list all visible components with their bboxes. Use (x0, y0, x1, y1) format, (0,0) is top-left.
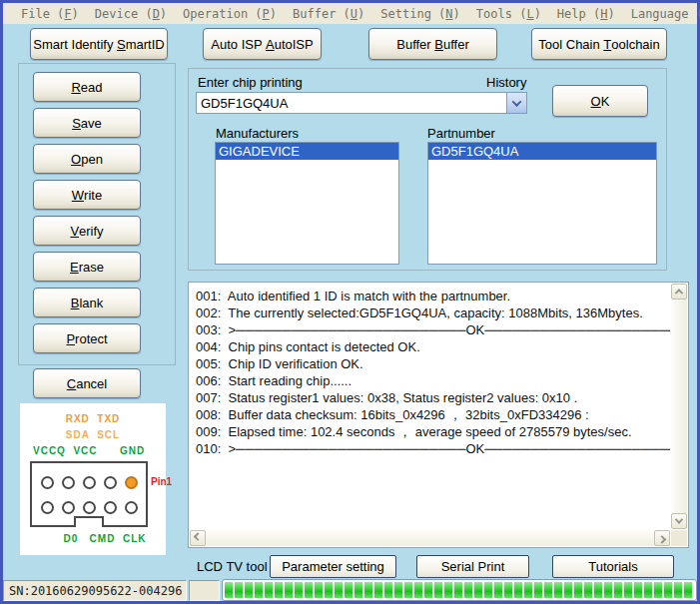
smart-identify-button[interactable]: Smart Identify SmartID (30, 28, 168, 60)
menu-bar: File (F) Device (D) Operation (P) Buffer… (3, 3, 697, 24)
chevron-down-icon (512, 97, 522, 107)
manufacturers-list: GIGADEVICE (215, 142, 399, 265)
write-button[interactable]: Write (33, 180, 141, 210)
scroll-left-button[interactable] (190, 530, 206, 546)
log-line: 005: Chip ID verification OK. (196, 355, 668, 372)
chevron-up-icon (675, 289, 683, 297)
chevron-right-icon (658, 535, 666, 543)
history-dropdown-button[interactable] (506, 93, 526, 113)
sda-scl-label: SDA SCL (20, 429, 166, 440)
read-button[interactable]: Read (33, 72, 141, 102)
pin-circle (104, 501, 117, 514)
pin-circle (83, 476, 96, 489)
serial-print-button[interactable]: Serial Print (416, 555, 529, 578)
buffer-button[interactable]: Buffer Buffer (368, 28, 497, 60)
parameter-setting-button[interactable]: Parameter setting (270, 555, 396, 578)
d0-cmd-clk-label: D0 CMD CLK (50, 533, 160, 544)
pin-circle (83, 501, 96, 514)
menu-language[interactable]: Language (G) (623, 7, 700, 21)
log-line: 010: >─────────────────────────OK───────… (196, 440, 668, 457)
pin-circle (41, 501, 54, 514)
chevron-left-icon (194, 532, 202, 540)
horizontal-scrollbar[interactable] (190, 530, 670, 546)
manufacturers-label: Manufacturers (216, 126, 299, 141)
vertical-scrollbar[interactable] (671, 284, 687, 529)
auto-isp-button[interactable]: Auto ISP AutoISP (203, 28, 322, 60)
enter-chip-label: Enter chip printing (198, 75, 303, 90)
log-textarea[interactable]: 001: Auto identified 1 ID is match with … (188, 282, 689, 548)
progress-fill (225, 582, 694, 598)
log-line: 004: Chip pins contact is detected OK. (196, 338, 668, 355)
cancel-button[interactable]: Cancel (33, 368, 141, 398)
scroll-up-button[interactable] (671, 284, 687, 300)
vccq-vcc-label: VCCQ VCC (33, 445, 98, 456)
protect-button[interactable]: Protect (33, 323, 141, 353)
pin-circle (104, 476, 117, 489)
gnd-label: GND (120, 445, 145, 456)
save-button[interactable]: Save (33, 108, 141, 138)
pin-circle (62, 476, 75, 489)
pin-circle (62, 501, 75, 514)
scrollbar-corner (671, 530, 687, 546)
chevron-down-icon (675, 515, 683, 523)
chip-combo (196, 92, 527, 114)
menu-device[interactable]: Device (D) (87, 7, 175, 21)
log-line: 007: Status register1 values: 0x38, Stat… (196, 389, 668, 406)
scroll-right-button[interactable] (654, 530, 670, 546)
partnumber-label: Partnumber (427, 126, 495, 141)
log-line: 006: Start reading chip...... (196, 372, 668, 389)
menu-tools[interactable]: Tools (L) (468, 7, 549, 21)
blank-button[interactable]: Blank (33, 288, 141, 317)
log-line: 002: The currently selected:GD5F1GQ4UA, … (196, 304, 668, 321)
pin-circle (41, 476, 54, 489)
scroll-down-button[interactable] (671, 513, 687, 529)
programmer-app-window: File (F) Device (D) Operation (P) Buffer… (0, 0, 700, 604)
menu-buffer[interactable]: Buffer (U) (285, 7, 372, 21)
tutorials-button[interactable]: Tutorials (552, 555, 674, 578)
status-spacer-panel (189, 580, 220, 601)
chip-input[interactable] (197, 93, 506, 113)
log-line: 003: >─────────────────────────OK───────… (196, 321, 668, 338)
log-line: 009: Elapsed time: 102.4 seconds ， avera… (196, 423, 668, 440)
erase-button[interactable]: Erase (33, 252, 141, 282)
tool-chain-button[interactable]: Tool Chain Toolchain (531, 28, 667, 60)
history-label: History (486, 75, 526, 90)
log-line: 001: Auto identified 1 ID is match with … (196, 288, 668, 304)
list-item[interactable]: GIGADEVICE (216, 143, 398, 160)
socket-outline (30, 461, 148, 527)
rxd-txd-label: RXD TXD (20, 413, 166, 424)
open-button[interactable]: Open (33, 144, 141, 174)
verify-button[interactable]: Verify (33, 216, 141, 246)
menu-operation[interactable]: Operation (P) (175, 7, 285, 21)
pin1-circle (125, 476, 138, 489)
ok-button[interactable]: OK (552, 85, 648, 117)
chip-pinout-panel: RXD TXD SDA SCL VCCQ VCC GND Pin1 D0 CMD… (20, 403, 166, 555)
list-item[interactable]: GD5F1GQ4UA (428, 143, 656, 160)
menu-file[interactable]: File (F) (13, 7, 87, 21)
menu-setting[interactable]: Setting (N) (372, 7, 468, 21)
menu-help[interactable]: Help (H) (549, 7, 623, 21)
progress-bar (222, 579, 697, 601)
pin-circle (125, 501, 138, 514)
log-lines: 001: Auto identified 1 ID is match with … (189, 283, 670, 529)
log-line: 008: Buffer data checksum: 16bits_0x4296… (196, 406, 668, 423)
partnumber-list: GD5F1GQ4UA (427, 142, 657, 265)
lcd-tv-tool-label: LCD TV tool (197, 559, 268, 574)
serial-number-status: SN:20160629095622-004296 (3, 580, 187, 601)
socket-key-notch (74, 516, 104, 527)
pin1-label: Pin1 (151, 476, 172, 487)
